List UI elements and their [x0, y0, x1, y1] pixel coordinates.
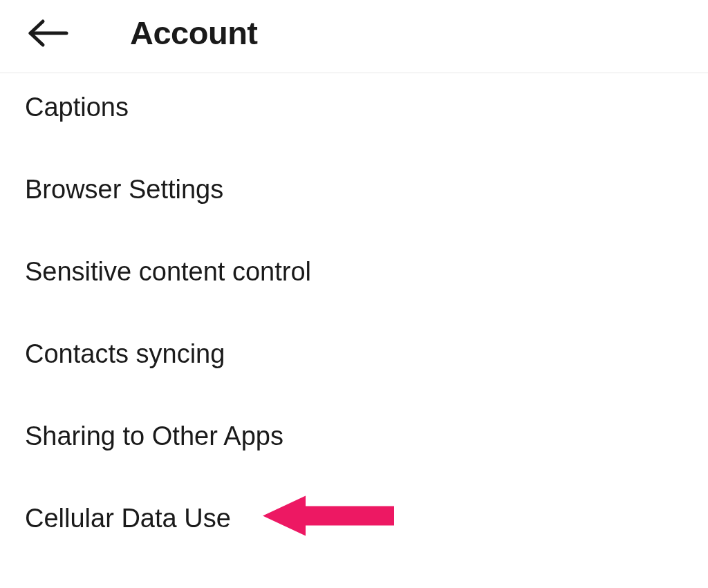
list-item-label: Captions: [25, 93, 129, 122]
list-item-contacts-syncing[interactable]: Contacts syncing: [0, 313, 708, 395]
list-item-captions[interactable]: Captions: [0, 73, 708, 149]
highlight-arrow-annotation: [263, 491, 394, 546]
list-item-cellular-data-use[interactable]: Cellular Data Use: [0, 477, 708, 560]
list-item-sensitive-content-control[interactable]: Sensitive content control: [0, 231, 708, 313]
list-item-label: Cellular Data Use: [25, 504, 231, 533]
list-item-label: Sensitive content control: [25, 257, 311, 286]
list-item-sharing-to-other-apps[interactable]: Sharing to Other Apps: [0, 395, 708, 477]
settings-list: Captions Browser Settings Sensitive cont…: [0, 73, 708, 560]
back-button[interactable]: [26, 19, 69, 48]
list-item-browser-settings[interactable]: Browser Settings: [0, 149, 708, 231]
header: Account: [0, 0, 708, 73]
list-item-label: Browser Settings: [25, 175, 223, 204]
list-item-label: Contacts syncing: [25, 339, 225, 368]
arrow-left-icon: [26, 19, 69, 48]
arrow-left-pointer-icon: [263, 491, 394, 540]
list-item-label: Sharing to Other Apps: [25, 421, 283, 451]
page-title: Account: [130, 14, 258, 52]
svg-marker-1: [263, 495, 394, 535]
